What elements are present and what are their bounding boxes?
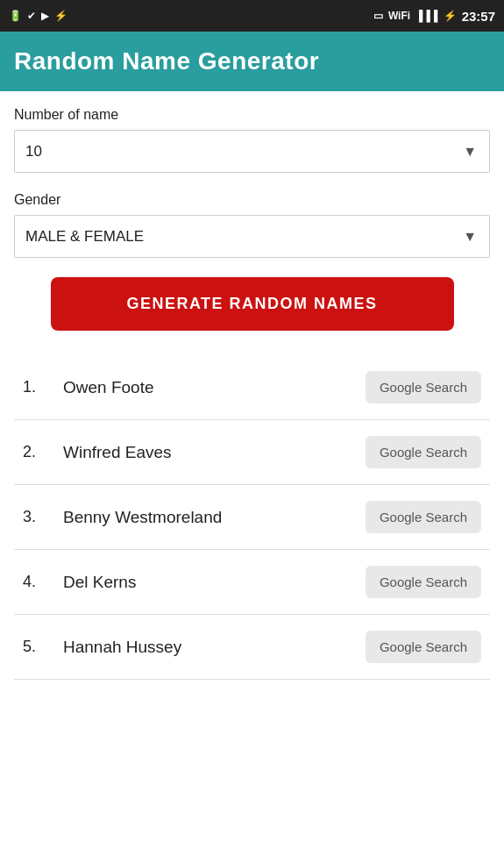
number-select-wrapper[interactable]: 10 1 2 3 4 5 15 20 ▼ <box>14 130 490 173</box>
gender-label: Gender <box>14 192 490 208</box>
number-select[interactable]: 10 1 2 3 4 5 15 20 <box>15 131 489 172</box>
name-number: 3. <box>23 508 63 526</box>
name-number: 2. <box>23 443 63 461</box>
app-title: Random Name Generator <box>14 47 490 75</box>
battery-icon: 🔋 <box>9 10 22 22</box>
name-text: Del Kerns <box>63 573 366 592</box>
google-search-button[interactable]: Google Search <box>366 631 481 663</box>
table-row: 4. Del Kerns Google Search <box>14 550 490 615</box>
name-text: Winfred Eaves <box>63 443 366 462</box>
viber-icon: ✔ <box>27 10 36 22</box>
table-row: 1. Owen Foote Google Search <box>14 355 490 420</box>
status-icons-right: ▭ WiFi ▐▐▐ ⚡ 23:57 <box>373 9 495 24</box>
name-text: Owen Foote <box>63 378 366 397</box>
usb-icon: ⚡ <box>54 10 67 22</box>
google-search-button[interactable]: Google Search <box>366 436 481 468</box>
google-search-button[interactable]: Google Search <box>366 371 481 403</box>
name-number: 5. <box>23 638 63 656</box>
name-number: 4. <box>23 573 63 591</box>
gender-select-wrapper[interactable]: MALE & FEMALE MALE FEMALE ▼ <box>14 215 490 258</box>
google-search-button[interactable]: Google Search <box>366 501 481 533</box>
google-search-button[interactable]: Google Search <box>366 566 481 598</box>
table-row: 3. Benny Westmoreland Google Search <box>14 485 490 550</box>
name-text: Hannah Hussey <box>63 638 366 657</box>
status-icons-left: 🔋 ✔ ▶ ⚡ <box>9 10 67 22</box>
gender-select[interactable]: MALE & FEMALE MALE FEMALE <box>15 216 489 257</box>
generate-button[interactable]: GENERATE RANDOM NAMES <box>51 277 454 331</box>
name-number: 1. <box>23 378 63 396</box>
number-label: Number of name <box>14 107 490 123</box>
charging-battery-icon: ⚡ <box>444 10 457 22</box>
name-text: Benny Westmoreland <box>63 508 366 527</box>
sim-icon: ▭ <box>373 10 383 22</box>
status-bar: 🔋 ✔ ▶ ⚡ ▭ WiFi ▐▐▐ ⚡ 23:57 <box>0 0 504 32</box>
app-header: Random Name Generator <box>0 32 504 91</box>
wifi-icon: WiFi <box>388 10 410 22</box>
table-row: 2. Winfred Eaves Google Search <box>14 420 490 485</box>
table-row: 5. Hannah Hussey Google Search <box>14 615 490 680</box>
name-list: 1. Owen Foote Google Search 2. Winfred E… <box>14 355 490 680</box>
signal-icon: ▐▐▐ <box>415 10 438 22</box>
clock: 23:57 <box>462 9 495 24</box>
play-icon: ▶ <box>41 10 49 22</box>
main-content: Number of name 10 1 2 3 4 5 15 20 ▼ Gend… <box>0 91 504 680</box>
